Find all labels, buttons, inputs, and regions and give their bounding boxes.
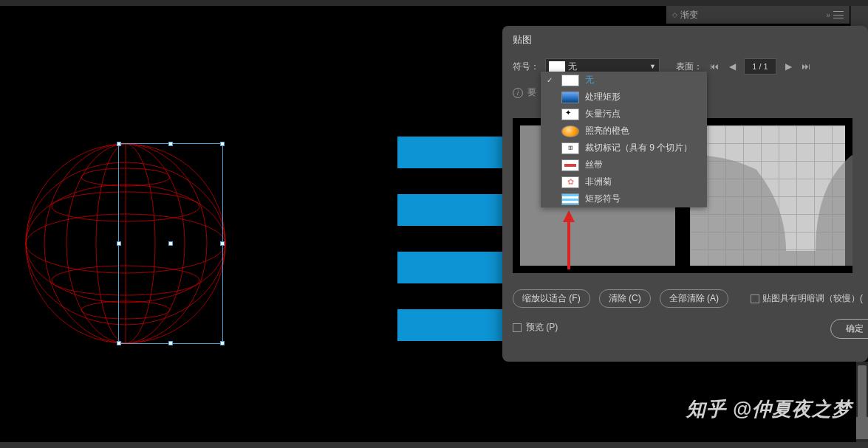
thumb-none-icon (561, 75, 579, 86)
blue-bar[interactable] (397, 137, 505, 168)
dropdown-item-rect-symbol[interactable]: 矩形符号 (541, 190, 707, 207)
blue-bars-group[interactable] (397, 137, 505, 367)
shading-label: 贴图具有明暗调（较慢）( (762, 292, 863, 305)
top-bar (0, 0, 868, 6)
scroll-thumb[interactable] (858, 365, 867, 424)
preview-label: 预览 (P) (526, 321, 558, 334)
thumb-icon: ✿ (561, 176, 579, 188)
dropdown-item-vector-ink[interactable]: 矢量污点 (541, 106, 707, 123)
dd-label: 裁切标记（具有 9 个切片） (585, 142, 692, 154)
status-bar (0, 442, 868, 448)
thumb-icon (561, 92, 579, 103)
canvas-area[interactable] (0, 7, 502, 421)
thumb-icon (561, 125, 579, 137)
dd-label: 矢量污点 (585, 108, 621, 120)
nav-first-button[interactable]: ⏮ (708, 60, 720, 73)
symbol-label: 符号： (513, 61, 539, 73)
dd-label: 非洲菊 (585, 176, 612, 188)
selection-handle[interactable] (117, 142, 121, 146)
ok-button[interactable]: 确定 (830, 319, 868, 339)
collapse-icon[interactable]: » (826, 11, 830, 19)
dropdown-item-orange[interactable]: 照亮的橙色 (541, 123, 707, 139)
dd-label: 无 (585, 74, 594, 86)
gradient-panel-tab[interactable]: ◇ 渐变 » (666, 6, 850, 24)
surface-label: 表面： (676, 61, 703, 73)
selection-handle[interactable] (220, 341, 225, 345)
selection-handle[interactable] (117, 341, 121, 345)
symbol-thumb-none (549, 61, 565, 72)
panel-menu-icon[interactable] (833, 11, 844, 18)
dd-label: 丝带 (585, 159, 603, 171)
annotation-arrow (561, 210, 576, 269)
clear-button[interactable]: 清除 (C) (599, 289, 651, 308)
gradient-label: 渐变 (680, 9, 698, 21)
selection-handle[interactable] (220, 241, 225, 246)
dd-label: 照亮的橙色 (585, 125, 629, 137)
preview-checkbox-row: 预览 (P) (513, 321, 558, 334)
dropdown-item-ribbon[interactable]: 丝带 (541, 156, 707, 173)
selection-box[interactable] (118, 143, 223, 344)
dropdown-item-flower[interactable]: ✿ 非洲菊 (541, 173, 707, 190)
dd-label: 矩形符号 (585, 193, 621, 205)
selection-handle[interactable] (117, 241, 121, 246)
blue-bar[interactable] (397, 252, 505, 283)
selection-handle[interactable] (168, 142, 173, 146)
selection-handle[interactable] (168, 341, 173, 345)
dropdown-item-none[interactable]: ✓ 无 (541, 72, 707, 89)
dd-label: 处理矩形 (585, 91, 621, 103)
clear-all-button[interactable]: 全部清除 (A) (660, 289, 728, 308)
shading-checkbox[interactable] (751, 294, 759, 303)
nav-next-button[interactable]: ▶ (782, 60, 794, 73)
right-panel-toggle[interactable] (856, 417, 868, 439)
selection-handle[interactable] (220, 142, 225, 146)
diamond-icon: ◇ (672, 11, 677, 18)
preview-checkbox[interactable] (513, 323, 522, 332)
symbol-selected-text: 无 (568, 61, 577, 73)
dropdown-item-process-rect[interactable]: 处理矩形 (541, 89, 707, 106)
thumb-icon: ⊞ (561, 142, 579, 154)
symbol-dropdown-list[interactable]: ✓ 无 处理矩形 矢量污点 照亮的橙色 ⊞ 裁切标记（具有 9 个切片） 丝带 … (541, 72, 707, 207)
chevron-down-icon: ▼ (649, 63, 656, 70)
selection-handle[interactable] (168, 241, 173, 246)
check-icon: ✓ (547, 76, 556, 84)
watermark: 知乎 @仲夏夜之梦 (686, 396, 852, 422)
dropdown-item-crop-marks[interactable]: ⊞ 裁切标记（具有 9 个切片） (541, 139, 707, 156)
thumb-icon (561, 108, 579, 120)
button-row: 缩放以适合 (F) 清除 (C) 全部清除 (A) 贴图具有明暗调（较慢）( (513, 289, 863, 308)
dialog-title: 贴图 (502, 26, 868, 54)
page-indicator[interactable]: 1 / 1 (744, 58, 776, 75)
info-icon: i (513, 88, 523, 98)
nav-last-button[interactable]: ⏭ (800, 60, 812, 73)
info-text: 要 (527, 86, 536, 99)
preview-3d (690, 125, 845, 266)
blue-bar[interactable] (397, 309, 505, 341)
nav-prev-button[interactable]: ◀ (726, 60, 738, 73)
fit-button[interactable]: 缩放以适合 (F) (513, 289, 590, 308)
blue-bar[interactable] (397, 194, 505, 226)
thumb-icon (561, 193, 579, 205)
thumb-icon (561, 159, 579, 171)
